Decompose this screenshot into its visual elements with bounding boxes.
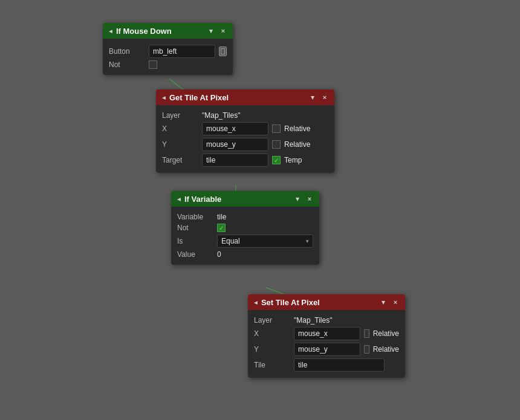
if-variable-title: If Variable bbox=[184, 195, 221, 204]
y-label-2: Y bbox=[162, 140, 198, 149]
save-icon-1[interactable] bbox=[219, 47, 227, 56]
x-relative-label-2: Relative bbox=[284, 124, 310, 133]
is-dropdown-value-3: Equal bbox=[221, 237, 240, 245]
set-tile-at-pixel-header: ◄ Set Tile At Pixel ▾ × bbox=[248, 294, 405, 310]
tile-input-4[interactable] bbox=[294, 358, 385, 372]
layer-value-2: "Map_Tiles" bbox=[202, 111, 240, 120]
collapse-arrow-3[interactable]: ◄ bbox=[176, 196, 182, 202]
y-label-4: Y bbox=[254, 345, 290, 354]
layer-value-4: "Map_Tiles" bbox=[294, 316, 332, 325]
tile-label-4: Tile bbox=[254, 361, 290, 369]
if-mouse-down-title: If Mouse Down bbox=[116, 27, 172, 36]
is-dropdown-3[interactable]: Equal ▾ bbox=[217, 234, 313, 248]
dropdown-btn-1[interactable]: ▾ bbox=[206, 26, 216, 36]
layer-label-2: Layer bbox=[162, 111, 198, 120]
x-label-4: X bbox=[254, 329, 290, 338]
x-relative-check-4[interactable] bbox=[364, 329, 369, 338]
dropdown-btn-4[interactable]: ▾ bbox=[379, 297, 388, 307]
button-label-1: Button bbox=[109, 47, 145, 56]
dropdown-chevron-3: ▾ bbox=[306, 238, 309, 244]
dropdown-btn-3[interactable]: ▾ bbox=[293, 194, 302, 204]
y-input-2[interactable] bbox=[202, 138, 268, 151]
collapse-arrow-4[interactable]: ◄ bbox=[253, 299, 259, 306]
if-variable-header: ◄ If Variable ▾ × bbox=[171, 191, 319, 207]
layer-label-4: Layer bbox=[254, 316, 290, 325]
variable-label-3: Variable bbox=[177, 213, 213, 221]
dropdown-btn-2[interactable]: ▾ bbox=[308, 92, 317, 102]
temp-label-2: Temp bbox=[284, 156, 302, 164]
y-input-4[interactable] bbox=[294, 343, 360, 356]
set-tile-title: Set Tile At Pixel bbox=[261, 298, 320, 307]
get-tile-at-pixel-node: ◄ Get Tile At Pixel ▾ × Layer "Map_Tiles… bbox=[156, 89, 334, 173]
variable-value-3: tile bbox=[217, 213, 226, 221]
is-label-3: Is bbox=[177, 237, 213, 245]
not-checkbox-3[interactable] bbox=[217, 224, 226, 232]
y-relative-label-2: Relative bbox=[284, 140, 310, 149]
not-checkbox-1[interactable] bbox=[149, 60, 157, 69]
close-btn-3[interactable]: × bbox=[305, 194, 314, 204]
x-relative-label-4: Relative bbox=[373, 329, 399, 338]
x-input-2[interactable] bbox=[202, 122, 268, 135]
y-relative-label-4: Relative bbox=[373, 345, 399, 354]
get-tile-at-pixel-header: ◄ Get Tile At Pixel ▾ × bbox=[156, 89, 334, 105]
if-mouse-down-node: ◄ If Mouse Down ▾ × Button Not bbox=[103, 23, 233, 75]
get-tile-title: Get Tile At Pixel bbox=[169, 93, 229, 102]
if-variable-node: ◄ If Variable ▾ × Variable tile Not Is E… bbox=[171, 191, 319, 265]
value-value-3: 0 bbox=[217, 250, 221, 259]
x-input-4[interactable] bbox=[294, 327, 360, 340]
x-label-2: X bbox=[162, 124, 198, 133]
collapse-arrow-1[interactable]: ◄ bbox=[108, 28, 114, 34]
not-label-1: Not bbox=[109, 60, 145, 69]
if-mouse-down-header: ◄ If Mouse Down ▾ × bbox=[103, 23, 233, 39]
target-label-2: Target bbox=[162, 156, 198, 164]
target-input-2[interactable] bbox=[202, 153, 268, 167]
close-btn-1[interactable]: × bbox=[218, 26, 228, 36]
collapse-arrow-2[interactable]: ◄ bbox=[161, 94, 167, 101]
not-label-3: Not bbox=[177, 224, 213, 232]
value-label-3: Value bbox=[177, 250, 213, 259]
close-btn-2[interactable]: × bbox=[320, 92, 330, 102]
x-relative-check-2[interactable] bbox=[272, 124, 281, 133]
temp-check-2[interactable] bbox=[272, 156, 281, 164]
y-relative-check-2[interactable] bbox=[272, 140, 281, 149]
y-relative-check-4[interactable] bbox=[364, 345, 369, 354]
close-btn-4[interactable]: × bbox=[391, 297, 400, 307]
button-value-input[interactable] bbox=[149, 45, 215, 58]
set-tile-at-pixel-node: ◄ Set Tile At Pixel ▾ × Layer "Map_Tiles… bbox=[248, 294, 405, 378]
